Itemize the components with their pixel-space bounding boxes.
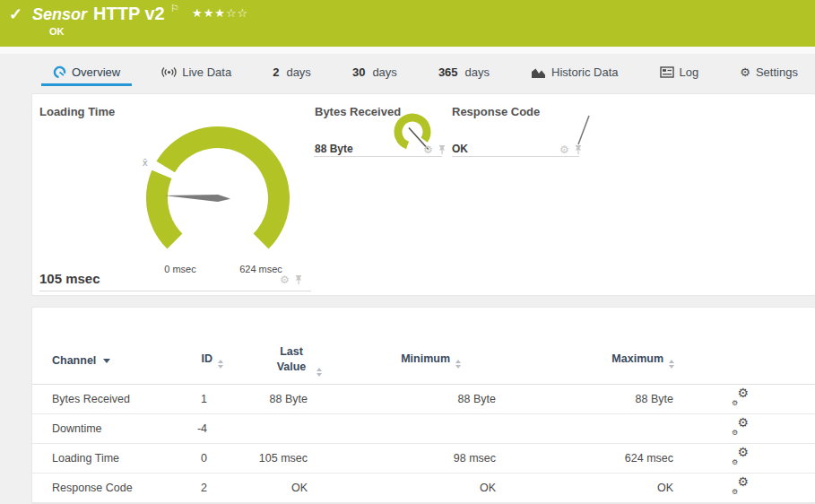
tab-live-data[interactable]: Live Data [150, 65, 243, 86]
tab-live-data-label: Live Data [182, 65, 231, 79]
status-ok-check-icon: ✓ [9, 4, 22, 24]
gear-icon[interactable]: ⚙ [280, 274, 290, 285]
tab-2-days-number: 2 [273, 65, 279, 79]
column-header-channel[interactable]: Channel [32, 337, 189, 384]
loading-time-actions: ⚙ [280, 274, 303, 285]
sort-desc-icon [103, 359, 110, 363]
column-header-id-label: ID [202, 352, 213, 365]
tab-2-days-label: days [286, 65, 310, 79]
channel-maximum [497, 413, 674, 443]
tab-365-days[interactable]: 365 days [427, 65, 501, 86]
response-code-title: Response Code [452, 105, 540, 118]
channel-last-value [223, 413, 322, 443]
tab-historic-data[interactable]: Historic Data [519, 65, 629, 86]
pin-icon[interactable] [294, 274, 303, 285]
table-row: Downtime -4 ⚙⚙ [32, 413, 815, 443]
gear-icon[interactable]: ⚙ [423, 144, 433, 155]
bytes-received-value: 88 Byte [315, 143, 353, 155]
divider [314, 156, 442, 157]
tab-2-days[interactable]: 2 days [261, 65, 323, 86]
column-header-maximum[interactable]: Maximum [497, 337, 674, 384]
sensor-name: HTTP v2 [93, 4, 165, 24]
column-header-minimum-label: Minimum [401, 352, 450, 365]
priority-stars[interactable]: ★★★☆☆ [192, 6, 248, 20]
channel-last-value: 105 msec [223, 443, 322, 473]
sensor-status-badge: OK [49, 26, 65, 37]
column-header-last-value-label: Last Value [272, 344, 311, 375]
channel-minimum: 98 msec [322, 443, 497, 473]
column-header-last-value[interactable]: Last Value [223, 337, 322, 384]
tab-historic-data-label: Historic Data [551, 65, 618, 79]
column-header-maximum-label: Maximum [611, 352, 663, 365]
loading-time-gauge: x̄ [115, 117, 321, 274]
divider [39, 291, 311, 291]
response-code-actions: ⚙ [559, 144, 583, 155]
pin-icon[interactable] [574, 144, 583, 155]
channel-minimum [322, 413, 497, 443]
gear-icon: ⚙ [740, 66, 750, 78]
gauges-panel: Loading Time x̄ 0 msec 624 msec 105 msec… [31, 93, 815, 296]
channel-id: 1 [189, 384, 223, 413]
live-signal-icon [161, 66, 177, 78]
gauge-needle [164, 195, 230, 202]
gear-icon[interactable]: ⚙ [559, 144, 569, 155]
channel-name[interactable]: Loading Time [32, 443, 189, 473]
channel-settings-icon[interactable]: ⚙⚙ [732, 390, 749, 405]
sensor-header: ✓ Sensor HTTP v2 ⚐ ★★★☆☆ OK [0, 0, 815, 47]
tab-30-days[interactable]: 30 days [341, 65, 409, 86]
column-header-channel-label: Channel [52, 354, 96, 367]
channel-last-value: 88 Byte [223, 384, 322, 413]
favorite-flag-icon[interactable]: ⚐ [170, 3, 179, 14]
bytes-received-actions: ⚙ [423, 144, 447, 155]
area-chart-icon [531, 66, 546, 79]
channels-table: Channel ID Last Value Minimum Maximum [32, 337, 815, 503]
channel-minimum: OK [322, 473, 497, 502]
tab-overview-label: Overview [72, 65, 120, 79]
channel-settings-icon[interactable]: ⚙⚙ [732, 420, 749, 435]
sort-icon [218, 360, 223, 369]
gauge-icon [53, 65, 66, 79]
channel-id: -4 [189, 413, 223, 443]
loading-time-value: 105 msec [39, 271, 100, 286]
channel-name[interactable]: Bytes Received [32, 384, 189, 413]
sensor-kind-label: Sensor [32, 5, 87, 24]
log-list-icon [660, 66, 674, 78]
table-row: Loading Time 0 105 msec 98 msec 624 msec… [32, 443, 815, 473]
channel-id: 2 [189, 473, 223, 502]
channels-panel: Channel ID Last Value Minimum Maximum [31, 307, 815, 504]
channel-last-value: OK [223, 473, 322, 502]
column-header-minimum[interactable]: Minimum [322, 337, 497, 384]
column-header-id[interactable]: ID [189, 337, 223, 384]
table-header-row: Channel ID Last Value Minimum Maximum [32, 337, 815, 384]
tab-settings-label: Settings [756, 65, 798, 79]
table-row: Response Code 2 OK OK OK ⚙⚙ [32, 473, 815, 502]
channel-maximum: 624 msec [497, 443, 674, 473]
tab-365-days-label: days [465, 65, 490, 79]
sensor-tab-bar: Overview Live Data 2 days 30 days 365 da… [0, 54, 815, 86]
sort-icon [455, 360, 461, 369]
channel-name[interactable]: Downtime [32, 413, 189, 443]
tab-settings[interactable]: ⚙ Settings [728, 65, 810, 86]
tab-log-label: Log [680, 65, 699, 79]
channel-settings-icon[interactable]: ⚙⚙ [732, 479, 749, 494]
tab-log[interactable]: Log [648, 65, 711, 86]
column-header-settings [674, 337, 815, 384]
tab-30-days-number: 30 [352, 65, 365, 79]
response-code-value: OK [452, 143, 468, 155]
loading-time-title: Loading Time [39, 105, 115, 118]
channel-settings-icon[interactable]: ⚙⚙ [732, 449, 749, 465]
channel-maximum: OK [497, 473, 674, 502]
gauge-needle [578, 116, 589, 144]
response-code-gauge [574, 112, 595, 148]
gauge-scale-min: 0 msec [152, 264, 209, 274]
sort-icon [316, 368, 322, 377]
pin-icon[interactable] [438, 144, 447, 155]
tab-30-days-label: days [372, 65, 396, 79]
channel-name[interactable]: Response Code [32, 473, 189, 502]
mean-marker: x̄ [143, 157, 148, 168]
tab-overview[interactable]: Overview [41, 65, 132, 86]
channel-id: 0 [189, 443, 223, 473]
sort-icon [669, 360, 674, 369]
header-divider [0, 47, 815, 54]
channel-minimum: 88 Byte [322, 384, 497, 413]
